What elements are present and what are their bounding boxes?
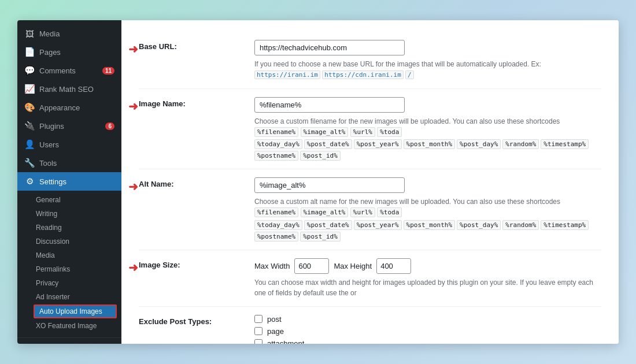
sidebar-item-settings[interactable]: ⚙ Settings (17, 172, 121, 191)
image-name-label: Image Name: (139, 97, 243, 108)
checkbox-page-input[interactable] (254, 327, 262, 335)
base-url-example1: https://irani.im (254, 70, 320, 79)
sidebar-item-custom-fields[interactable]: ⊞ Custom Fields (17, 340, 121, 344)
sidebar-item-comments[interactable]: 💬 Comments 11 (17, 61, 121, 80)
sidebar-item-label: Media (39, 29, 60, 38)
submenu-reading[interactable]: Reading (17, 221, 121, 235)
submenu-media[interactable]: Media (17, 248, 121, 262)
submenu-general[interactable]: General (17, 193, 121, 207)
base-url-example2: https://cdn.irani.im (322, 70, 403, 79)
sidebar: 🖼 Media 📄 Pages 💬 Comments 11 📈 Rank Mat… (17, 20, 121, 344)
plugins-badge: 6 (105, 122, 114, 130)
image-name-input[interactable] (254, 97, 405, 113)
sidebar-item-appearance[interactable]: 🎨 Appearance (17, 98, 121, 117)
max-height-label: Max Height (334, 262, 372, 270)
comments-badge: 11 (102, 67, 114, 75)
wp-admin-window: 🖼 Media 📄 Pages 💬 Comments 11 📈 Rank Mat… (17, 20, 619, 344)
arrow-base-url: ➜ (128, 42, 138, 56)
checkbox-post[interactable]: post (254, 315, 601, 324)
image-name-codes: %today_day% %post_date% %post_year% %pos… (254, 139, 601, 161)
submenu-discussion[interactable]: Discussion (17, 235, 121, 248)
comments-icon: 💬 (24, 65, 35, 76)
image-size-inputs: Max Width Max Height (254, 258, 601, 274)
base-url-input[interactable] (254, 40, 405, 55)
appearance-icon: 🎨 (24, 102, 35, 113)
base-url-example3: / (405, 70, 414, 79)
main-content: ➜ Base URL: If you need to choose a new … (121, 20, 619, 344)
sidebar-item-media[interactable]: 🖼 Media (17, 25, 121, 43)
sidebar-item-pages[interactable]: 📄 Pages (17, 43, 121, 61)
plugins-icon: 🔌 (24, 121, 35, 131)
image-name-desc: Choose a custom filename for the new ima… (254, 116, 601, 138)
code-toda: %toda (377, 127, 402, 137)
checkbox-page[interactable]: page (254, 327, 601, 336)
sidebar-item-label: Plugins (39, 122, 64, 131)
base-url-row: ➜ Base URL: If you need to choose a new … (139, 32, 601, 89)
settings-submenu: General Writing Reading Discussion Media… (17, 191, 121, 335)
post-types-checkboxes: post page attachment revision nav_menu_i… (254, 315, 601, 344)
image-size-label: Image Size: (139, 258, 243, 269)
arrow-image-name: ➜ (128, 99, 138, 113)
max-height-input[interactable] (376, 258, 411, 274)
image-size-row: ➜ Image Size: Max Width Max Height You c… (139, 250, 601, 307)
submenu-xo-featured-image[interactable]: XO Featured Image (17, 319, 121, 333)
sidebar-item-label: Pages (39, 48, 61, 57)
exclude-post-types-label: Exclude Post Types: (139, 315, 243, 326)
checkbox-attachment-input[interactable] (254, 339, 262, 344)
exclude-post-types-control: post page attachment revision nav_menu_i… (254, 315, 601, 344)
alt-name-control: Choose a custom alt name for the new ima… (254, 177, 601, 242)
alt-name-row: ➜ Alt Name: Choose a custom alt name for… (139, 169, 601, 250)
code-filename: %filename% (254, 127, 298, 137)
sidebar-item-label: Settings (39, 177, 66, 186)
sidebar-item-label: Rank Math SEO (39, 85, 94, 94)
alt-name-input[interactable] (254, 177, 405, 193)
pages-icon: 📄 (24, 47, 35, 57)
image-size-control: Max Width Max Height You can choose max … (254, 258, 601, 298)
code-image-alt: %image_alt% (301, 127, 349, 137)
arrow-image-size: ➜ (128, 261, 138, 274)
sidebar-item-rank-math[interactable]: 📈 Rank Math SEO (17, 80, 121, 98)
checkbox-post-input[interactable] (254, 315, 262, 323)
sidebar-item-users[interactable]: 👤 Users (17, 135, 121, 154)
max-width-input[interactable] (294, 258, 329, 274)
settings-icon: ⚙ (24, 176, 35, 187)
submenu-privacy[interactable]: Privacy (17, 276, 121, 290)
users-icon: 👤 (24, 139, 35, 150)
base-url-control: If you need to choose a new base URL for… (254, 40, 601, 80)
tools-icon: 🔧 (24, 158, 35, 168)
image-name-row: ➜ Image Name: Choose a custom filename f… (139, 89, 601, 170)
rank-math-icon: 📈 (24, 84, 35, 94)
alt-name-label: Alt Name: (139, 177, 243, 188)
base-url-label: Base URL: (139, 40, 243, 51)
image-name-control: Choose a custom filename for the new ima… (254, 97, 601, 161)
exclude-post-types-row: Exclude Post Types: post page attachment… (139, 307, 601, 344)
alt-name-desc: Choose a custom alt name for the new ima… (254, 196, 601, 218)
base-url-desc: If you need to choose a new base URL for… (254, 59, 601, 80)
sidebar-divider (17, 337, 121, 338)
checkbox-attachment[interactable]: attachment (254, 339, 601, 344)
sidebar-item-label: Comments (39, 66, 76, 75)
sidebar-item-tools[interactable]: 🔧 Tools (17, 154, 121, 172)
submenu-writing[interactable]: Writing (17, 207, 121, 221)
sidebar-item-label: Appearance (39, 103, 80, 112)
arrow-alt-name: ➜ (128, 180, 138, 194)
alt-name-codes: %today_day% %post_date% %post_year% %pos… (254, 220, 601, 242)
sidebar-item-label: Users (39, 140, 59, 149)
sidebar-item-plugins[interactable]: 🔌 Plugins 6 (17, 117, 121, 135)
media-icon: 🖼 (24, 29, 35, 39)
code-url: %url% (350, 127, 375, 137)
max-width-label: Max Width (254, 262, 290, 270)
submenu-ad-inserter[interactable]: Ad Inserter (17, 290, 121, 304)
sidebar-item-label: Tools (39, 159, 57, 168)
image-size-desc: You can choose max width and height for … (254, 277, 601, 298)
submenu-permalinks[interactable]: Permalinks (17, 262, 121, 276)
submenu-auto-upload-images[interactable]: Auto Upload Images (34, 304, 117, 318)
